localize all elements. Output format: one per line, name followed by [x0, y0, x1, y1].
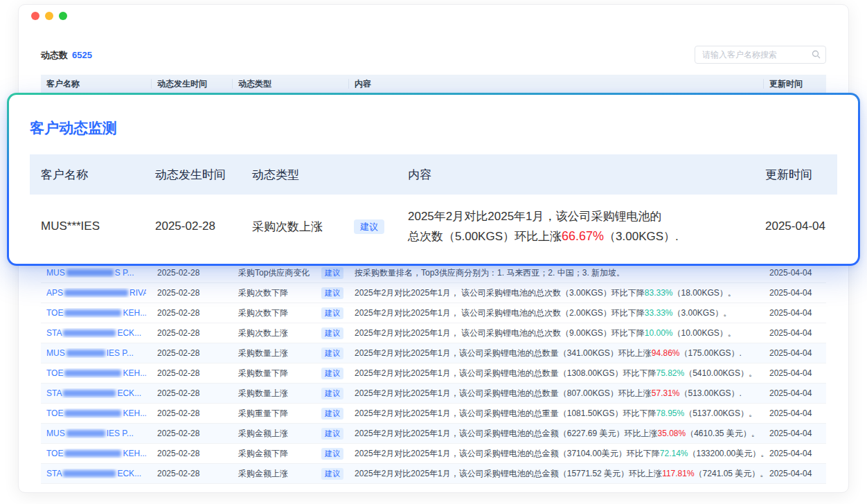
customer-cell: TOEKEH... — [41, 368, 152, 378]
update-date: 2025-04-04 — [764, 328, 826, 338]
event-type: 采购金额上涨 — [238, 468, 288, 480]
redacted-text — [64, 289, 128, 296]
event-type: 采购次数上涨 — [238, 327, 288, 339]
event-content: 2025年2月对比2025年1月，该公司采购锂电池的总数量（341.00KGS）… — [349, 348, 764, 359]
customer-link[interactable]: STAECK... — [46, 388, 146, 398]
customer-prefix: TOE — [46, 368, 63, 378]
suggestion-badge: 建议 — [321, 428, 343, 440]
percent-value: 94.86% — [652, 348, 680, 358]
customer-link[interactable]: TOEKEH... — [46, 408, 146, 418]
close-button[interactable] — [31, 12, 39, 20]
event-type-cell: 采购数量上涨建议 — [233, 348, 349, 359]
event-date: 2025-02-28 — [152, 388, 233, 398]
event-type: 采购Top供应商变化 — [238, 267, 310, 279]
content-text-post: （5137.00KGS）。 — [684, 408, 757, 418]
percent-value: 57.31% — [652, 388, 680, 398]
customer-suffix: IES P... — [107, 429, 134, 438]
redacted-text — [66, 269, 114, 276]
table-row: APSRIVAT...2025-02-28采购次数下降建议2025年2月对比20… — [41, 283, 826, 303]
customer-dynamics-popup: 客户动态监测 客户名称 动态发生时间 动态类型 内容 更新时间 MUS***IE… — [7, 93, 860, 266]
event-type: 采购次数下降 — [238, 307, 288, 319]
content-text-post: （3.00KGS）。 — [672, 308, 731, 318]
event-type: 采购金额上涨 — [238, 428, 288, 440]
customer-suffix: IES P... — [107, 348, 134, 358]
percent-value: 75.82% — [656, 368, 684, 378]
table-row: STAECK...2025-02-28采购数量上涨建议2025年2月对比2025… — [41, 384, 826, 404]
event-type-cell: 采购Top供应商变化建议 — [233, 267, 349, 279]
update-date: 2025-04-04 — [764, 288, 826, 298]
popup-table-row: MUS***IES 2025-02-28 采购次数上涨 建议 2025年2月对比… — [30, 195, 837, 258]
customer-link[interactable]: TOEKEH... — [46, 308, 146, 318]
table-row: TOEKEH...2025-02-28采购金额下降建议2025年2月对比2025… — [41, 444, 826, 464]
redacted-text — [64, 410, 121, 417]
minimize-button[interactable] — [45, 12, 53, 20]
customer-cell: MUSIES P... — [41, 429, 152, 438]
content-text-post: （18.00KGS）。 — [672, 288, 735, 298]
event-type-cell: 采购金额上涨建议 — [233, 428, 349, 440]
update-date: 2025-04-04 — [764, 469, 826, 478]
customer-link[interactable]: MUSIES P... — [46, 429, 146, 438]
event-type-cell: 采购金额上涨建议 — [233, 468, 349, 480]
customer-link[interactable]: TOEKEH... — [46, 368, 146, 378]
column-header-type: 动态类型 — [233, 79, 349, 89]
dynamics-count-value: 6525 — [72, 50, 92, 60]
event-date: 2025-02-28 — [152, 469, 233, 478]
content-text-post: （175.00KGS）. — [680, 348, 742, 358]
column-header-content: 内容 — [349, 79, 764, 89]
customer-prefix: MUS — [46, 348, 65, 358]
customer-suffix: ECK... — [117, 328, 141, 338]
redacted-text — [64, 450, 121, 457]
suggestion-badge: 建议 — [321, 448, 343, 460]
update-date: 2025-04-04 — [764, 268, 826, 278]
event-content: 2025年2月对比2025年1月，该公司采购锂电池的总数量（1308.00KGS… — [349, 368, 764, 379]
content-line-1: 2025年2月对比2025年1月，该公司采购锂电池的 — [408, 207, 754, 226]
event-content: 2025年2月对比2025年1月，该公司采购锂电池的总数量（807.00KGS）… — [349, 388, 764, 399]
column-header-event-date: 动态发生时间 — [152, 79, 233, 89]
event-date: 2025-02-28 — [152, 288, 233, 298]
customer-cell: TOEKEH... — [41, 308, 152, 318]
popup-column-type: 动态类型 — [241, 167, 397, 183]
update-date: 2025-04-04 — [764, 368, 826, 378]
content-text-post: （10.00KGS）。 — [672, 328, 735, 338]
popup-column-customer: 客户名称 — [30, 167, 144, 183]
redacted-text — [63, 330, 116, 336]
popup-event-type-cell: 采购次数上涨 建议 — [241, 219, 397, 235]
event-content: 2025年2月对比2025年1月，该公司采购锂电池的总重量（1081.50KGS… — [349, 408, 764, 420]
customer-cell: TOEKEH... — [41, 408, 152, 418]
update-date: 2025-04-04 — [764, 308, 826, 318]
customer-suffix: ECK... — [117, 469, 141, 478]
customer-prefix: TOE — [46, 408, 63, 418]
redacted-text — [64, 370, 121, 377]
event-type-cell: 采购数量上涨建议 — [233, 388, 349, 399]
search-icon[interactable] — [812, 50, 821, 59]
customer-link[interactable]: STAECK... — [46, 328, 146, 338]
update-date: 2025-04-04 — [764, 429, 826, 438]
event-date: 2025-02-28 — [152, 328, 233, 338]
event-content: 2025年2月对比2025年1月， 该公司采购锂电池的总次数（2.00KGS）环… — [349, 307, 764, 319]
table-header: 客户名称 动态发生时间 动态类型 内容 更新时间 — [41, 75, 826, 93]
customer-link[interactable]: TOEKEH... — [46, 449, 146, 458]
suggestion-badge: 建议 — [321, 408, 343, 420]
percent-highlight: 66.67% — [562, 229, 604, 243]
customer-cell: STAECK... — [41, 328, 152, 338]
content-text-post: （7241.05 美元）。 — [695, 469, 764, 478]
search-input[interactable] — [695, 46, 826, 64]
maximize-button[interactable] — [59, 12, 67, 20]
event-content: 2025年2月对比2025年1月，该公司采购锂电池的总金额（6227.69 美元… — [349, 428, 764, 440]
event-type: 采购数量上涨 — [238, 388, 288, 399]
event-type-cell: 采购次数下降建议 — [233, 307, 349, 319]
customer-link[interactable]: APSRIVAT... — [46, 288, 146, 298]
customer-link[interactable]: STAECK... — [46, 469, 146, 478]
redacted-text — [63, 390, 116, 397]
redacted-text — [66, 350, 105, 357]
popup-update-date: 2025-04-04 — [754, 219, 837, 233]
customer-cell: MUSS P... — [41, 268, 152, 278]
content-pre: 总次数（5.00KGS）环比上涨 — [408, 230, 562, 243]
customer-link[interactable]: MUSIES P... — [46, 348, 146, 358]
popup-title: 客户动态监测 — [30, 118, 837, 138]
customer-link[interactable]: MUSS P... — [46, 268, 146, 278]
customer-cell: TOEKEH... — [41, 449, 152, 458]
customer-suffix: ECK... — [117, 388, 141, 398]
popup-event-type: 采购次数上涨 — [252, 219, 323, 235]
content-text: 2025年2月对比2025年1月，该公司采购锂电池的总金额（15771.52 美… — [355, 469, 662, 478]
